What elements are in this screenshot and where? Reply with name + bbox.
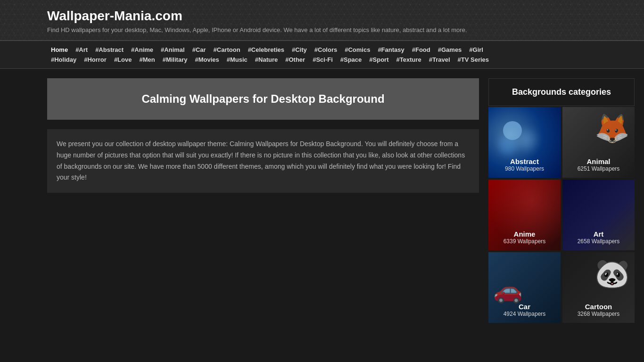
site-description: Find HD wallpapers for your desktop, Mac… (47, 26, 635, 33)
category-name-animal: Animal (578, 157, 620, 165)
nav-item-abstract[interactable]: #Abstract (91, 45, 127, 55)
category-card-anime[interactable]: Anime6339 Wallpapers (488, 180, 561, 250)
description-text: We present you our collection of desktop… (57, 139, 470, 183)
nav-item-tv series[interactable]: #TV Series (454, 55, 493, 65)
nav-item-fantasy[interactable]: #Fantasy (374, 45, 408, 55)
right-sidebar: Backgrounds categories Abstract980 Wallp… (488, 78, 635, 323)
nav-item-holiday[interactable]: #Holiday (47, 55, 80, 65)
nav-item-anime[interactable]: #Anime (127, 45, 157, 55)
nav-item-texture[interactable]: #Texture (393, 55, 425, 65)
category-name-anime: Anime (504, 230, 546, 238)
nav-item-animal[interactable]: #Animal (157, 45, 189, 55)
category-count-art: 2658 Wallpapers (578, 238, 620, 245)
nav-item-other[interactable]: #Other (281, 55, 309, 65)
category-count-car: 4924 Wallpapers (504, 311, 546, 317)
nav-item-city[interactable]: #City (288, 45, 311, 55)
category-count-abstract: 980 Wallpapers (505, 165, 544, 172)
category-name-art: Art (578, 230, 620, 238)
category-name-abstract: Abstract (505, 157, 544, 165)
nav-item-home[interactable]: Home (47, 45, 72, 55)
category-card-art[interactable]: Art2658 Wallpapers (562, 180, 635, 250)
category-label-animal: Animal6251 Wallpapers (578, 157, 620, 178)
nav-item-love[interactable]: #Love (110, 55, 136, 65)
page-title: Calming Wallpapers for Desktop Backgroun… (57, 92, 470, 106)
nav-item-horror[interactable]: #Horror (80, 55, 110, 65)
categories-header: Backgrounds categories (488, 78, 635, 106)
category-card-animal[interactable]: Animal6251 Wallpapers (562, 107, 635, 178)
page-title-box: Calming Wallpapers for Desktop Backgroun… (47, 78, 479, 120)
site-header: Wallpaper-Mania.com Find HD wallpapers f… (0, 0, 644, 41)
category-count-animal: 6251 Wallpapers (578, 165, 620, 172)
nav-item-sci-fi[interactable]: #Sci-Fi (309, 55, 337, 65)
nav-item-celebreties[interactable]: #Celebreties (244, 45, 288, 55)
nav-item-games[interactable]: #Games (434, 45, 466, 55)
category-count-anime: 6339 Wallpapers (504, 238, 546, 245)
nav-item-food[interactable]: #Food (408, 45, 434, 55)
categories-grid: Abstract980 WallpapersAnimal6251 Wallpap… (488, 107, 635, 323)
category-label-abstract: Abstract980 Wallpapers (505, 157, 544, 178)
nav-row-2: #Holiday#Horror#Love#Men#Military#Movies… (47, 55, 635, 65)
nav-item-nature[interactable]: #Nature (251, 55, 281, 65)
nav-item-military[interactable]: #Military (159, 55, 191, 65)
nav-item-colors[interactable]: #Colors (311, 45, 341, 55)
nav-item-car[interactable]: #Car (189, 45, 210, 55)
site-title: Wallpaper-Mania.com (47, 8, 635, 24)
categories-title: Backgrounds categories (498, 87, 625, 97)
description-box: We present you our collection of desktop… (47, 129, 479, 193)
nav-item-cartoon[interactable]: #Cartoon (210, 45, 244, 55)
navigation: Home#Art#Abstract#Anime#Animal#Car#Carto… (0, 41, 644, 69)
category-card-car[interactable]: Car4924 Wallpapers (488, 252, 561, 323)
category-label-art: Art2658 Wallpapers (578, 230, 620, 250)
nav-item-travel[interactable]: #Travel (425, 55, 454, 65)
nav-item-art[interactable]: #Art (72, 45, 91, 55)
nav-item-music[interactable]: #Music (223, 55, 251, 65)
nav-row-1: Home#Art#Abstract#Anime#Animal#Car#Carto… (47, 45, 635, 55)
left-content: Calming Wallpapers for Desktop Backgroun… (47, 78, 479, 323)
category-card-cartoon[interactable]: Cartoon3268 Wallpapers (562, 252, 635, 323)
category-label-car: Car4924 Wallpapers (504, 303, 546, 323)
category-card-abstract[interactable]: Abstract980 Wallpapers (488, 107, 561, 178)
nav-item-men[interactable]: #Men (135, 55, 158, 65)
category-label-anime: Anime6339 Wallpapers (504, 230, 546, 250)
category-label-cartoon: Cartoon3268 Wallpapers (578, 303, 620, 323)
nav-item-sport[interactable]: #Sport (365, 55, 392, 65)
nav-item-comics[interactable]: #Comics (341, 45, 374, 55)
main-layout: Calming Wallpapers for Desktop Backgroun… (0, 69, 644, 332)
nav-item-space[interactable]: #Space (337, 55, 366, 65)
category-count-cartoon: 3268 Wallpapers (578, 311, 620, 317)
nav-item-movies[interactable]: #Movies (191, 55, 223, 65)
category-name-car: Car (504, 303, 546, 311)
category-name-cartoon: Cartoon (578, 303, 620, 311)
nav-item-girl[interactable]: #Girl (465, 45, 487, 55)
